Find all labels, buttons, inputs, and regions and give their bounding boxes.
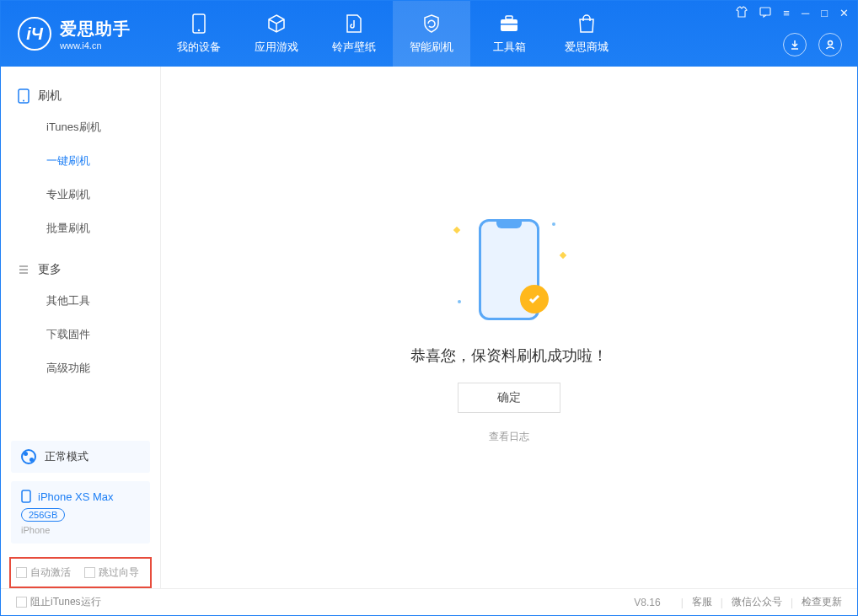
briefcase-icon (499, 13, 519, 35)
wechat-link[interactable]: 微信公众号 (732, 595, 782, 609)
tab-toolbox[interactable]: 工具箱 (470, 1, 548, 67)
user-button[interactable] (818, 33, 842, 56)
titlebar: iЧ 爱思助手 www.i4.cn 我的设备 应用游戏 铃声壁纸 智能刷机 (1, 1, 857, 67)
svg-rect-2 (501, 19, 517, 31)
body-area: 刷机 iTunes刷机 一键刷机 专业刷机 批量刷机 更多 其他工具 下载固件 … (1, 67, 857, 588)
sidebar-item-oneclick-flash[interactable]: 一键刷机 (1, 144, 160, 178)
main-content: 恭喜您，保资料刷机成功啦！ 确定 查看日志 (161, 67, 857, 588)
download-button[interactable] (783, 33, 807, 56)
nav-tabs: 我的设备 应用游戏 铃声壁纸 智能刷机 工具箱 爱思商城 (160, 1, 625, 67)
view-log-link[interactable]: 查看日志 (489, 430, 529, 444)
svg-point-1 (198, 29, 200, 31)
tab-my-device[interactable]: 我的设备 (160, 1, 238, 67)
svg-point-6 (829, 41, 833, 46)
version-label: V8.16 (634, 597, 660, 608)
sidebar-item-download-firmware[interactable]: 下载固件 (1, 318, 160, 351)
sidebar-item-advanced[interactable]: 高级功能 (1, 351, 160, 385)
mode-label: 正常模式 (45, 449, 88, 464)
phone-icon (192, 13, 206, 35)
tshirt-icon[interactable] (736, 6, 748, 20)
app-subtitle: www.i4.cn (60, 40, 131, 51)
storage-badge: 256GB (21, 508, 65, 522)
window-controls-bottom (783, 33, 842, 56)
statusbar: 阻止iTunes运行 V8.16 | 客服 | 微信公众号 | 检查更新 (1, 588, 857, 615)
check-update-link[interactable]: 检查更新 (802, 595, 842, 609)
tab-apps-games[interactable]: 应用游戏 (238, 1, 315, 67)
shield-refresh-icon (421, 13, 442, 35)
feedback-icon[interactable] (759, 6, 771, 20)
success-message: 恭喜您，保资料刷机成功啦！ (410, 345, 608, 366)
device-box[interactable]: iPhone XS Max 256GB iPhone (11, 481, 150, 544)
sidebar-item-itunes-flash[interactable]: iTunes刷机 (1, 110, 160, 144)
music-file-icon (346, 13, 362, 35)
app-window: iЧ 爱思助手 www.i4.cn 我的设备 应用游戏 铃声壁纸 智能刷机 (0, 0, 858, 616)
sidebar-item-pro-flash[interactable]: 专业刷机 (1, 178, 160, 212)
auto-activate-checkbox[interactable]: 自动激活 (16, 565, 71, 580)
window-controls-top: ≡ ─ □ ✕ (736, 6, 849, 20)
maximize-icon[interactable]: □ (821, 7, 828, 19)
list-icon (18, 264, 29, 276)
svg-point-8 (23, 100, 24, 102)
skip-guide-checkbox[interactable]: 跳过向导 (84, 565, 139, 580)
device-type: iPhone (21, 525, 140, 535)
app-title: 爱思助手 (60, 18, 131, 40)
logo-icon: iЧ (18, 17, 51, 51)
ok-button[interactable]: 确定 (458, 383, 560, 413)
sidebar: 刷机 iTunes刷机 一键刷机 专业刷机 批量刷机 更多 其他工具 下载固件 … (1, 67, 161, 588)
mode-box[interactable]: 正常模式 (11, 441, 150, 473)
tab-smart-flash[interactable]: 智能刷机 (393, 1, 470, 67)
svg-rect-4 (501, 24, 517, 25)
checkmark-icon (520, 285, 549, 313)
cube-icon (266, 13, 287, 35)
sidebar-item-batch-flash[interactable]: 批量刷机 (1, 212, 160, 245)
svg-rect-3 (506, 16, 512, 19)
menu-icon[interactable]: ≡ (783, 7, 790, 19)
mode-icon (21, 449, 36, 464)
device-name: iPhone XS Max (38, 490, 114, 503)
sidebar-group-more: 更多 (1, 255, 160, 284)
tab-store[interactable]: 爱思商城 (548, 1, 625, 67)
support-link[interactable]: 客服 (692, 595, 712, 609)
device-icon (18, 88, 29, 104)
block-itunes-checkbox[interactable]: 阻止iTunes运行 (16, 595, 101, 609)
minimize-icon[interactable]: ─ (802, 7, 809, 19)
svg-rect-5 (760, 8, 770, 15)
sidebar-group-flash: 刷机 (1, 82, 160, 110)
close-icon[interactable]: ✕ (839, 7, 849, 19)
logo-section: iЧ 爱思助手 www.i4.cn (1, 17, 147, 51)
highlighted-options: 自动激活 跳过向导 (9, 557, 152, 588)
phone-small-icon (21, 490, 31, 503)
tab-ringtones-wallpapers[interactable]: 铃声壁纸 (315, 1, 393, 67)
sidebar-item-other-tools[interactable]: 其他工具 (1, 284, 160, 318)
svg-rect-9 (22, 490, 30, 502)
bag-icon (577, 13, 596, 35)
success-illustration (446, 211, 572, 329)
